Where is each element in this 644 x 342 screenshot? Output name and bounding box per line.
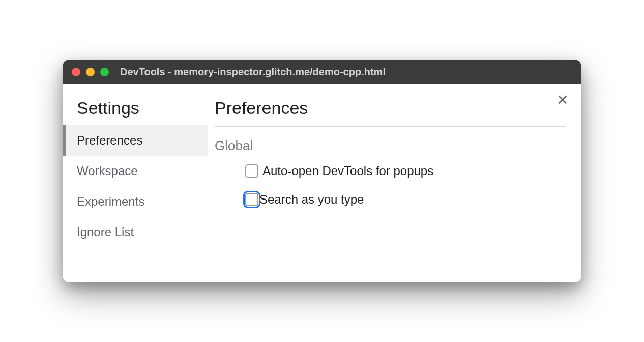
window-title: DevTools - memory-inspector.glitch.me/de… <box>120 66 386 78</box>
window-close-button[interactable] <box>72 68 80 76</box>
devtools-settings-window: DevTools - memory-inspector.glitch.me/de… <box>63 60 581 282</box>
window-maximize-button[interactable] <box>100 68 109 76</box>
option-search-as-you-type: Search as you type <box>245 192 566 207</box>
section-title-global: Global <box>215 138 566 154</box>
sidebar-item-experiments[interactable]: Experiments <box>63 186 208 217</box>
option-auto-open-devtools: Auto-open DevTools for popups <box>245 164 566 178</box>
window-minimize-button[interactable] <box>86 68 95 76</box>
sidebar-item-preferences[interactable]: Preferences <box>63 125 208 156</box>
settings-main: Preferences Global Auto-open DevTools fo… <box>208 89 581 282</box>
checkbox-auto-open-devtools[interactable] <box>245 164 258 178</box>
settings-sidebar: Settings Preferences Workspace Experimen… <box>63 89 208 282</box>
sidebar-item-workspace[interactable]: Workspace <box>63 156 208 186</box>
traffic-lights <box>72 68 109 76</box>
sidebar-item-ignore-list[interactable]: Ignore List <box>63 217 208 247</box>
settings-content: ✕ Settings Preferences Workspace Experim… <box>63 84 581 282</box>
option-label[interactable]: Search as you type <box>259 192 364 207</box>
titlebar: DevTools - memory-inspector.glitch.me/de… <box>63 60 581 84</box>
sidebar-title: Settings <box>63 98 208 125</box>
close-icon[interactable]: ✕ <box>557 93 568 107</box>
page-title: Preferences <box>215 98 566 127</box>
option-label[interactable]: Auto-open DevTools for popups <box>262 164 433 178</box>
checkbox-search-as-you-type[interactable] <box>245 193 258 206</box>
